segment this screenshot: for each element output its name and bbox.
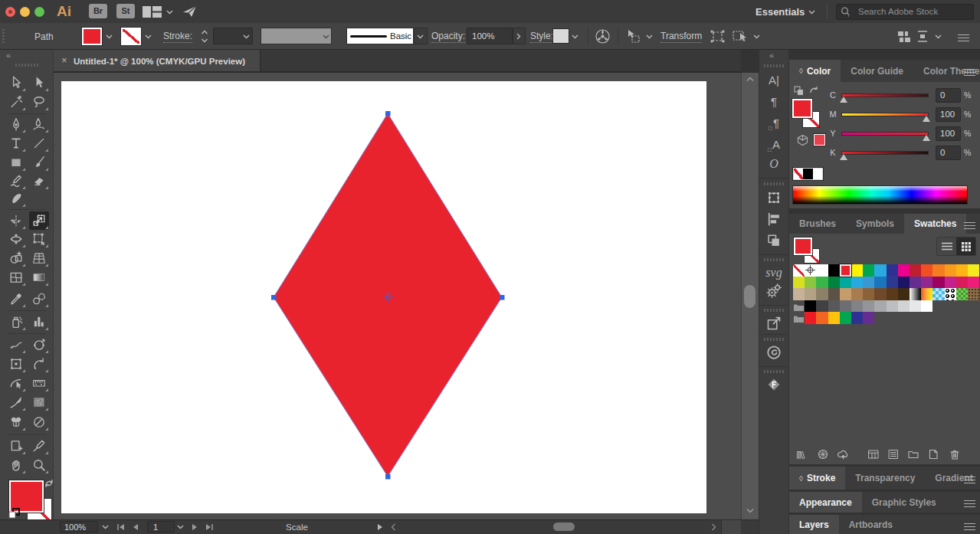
- quick-white-swatch[interactable]: [813, 169, 822, 179]
- strip-drag-handle[interactable]: [764, 182, 784, 185]
- swatch-list-view-button[interactable]: [937, 238, 956, 255]
- channel-slider-thumb-Y[interactable]: [923, 135, 930, 141]
- color-tab-color[interactable]: ◊Color: [789, 60, 841, 82]
- swatch[interactable]: [828, 264, 840, 277]
- first-artboard-icon[interactable]: [116, 523, 125, 531]
- type-tool[interactable]: [6, 134, 26, 152]
- blend-tool[interactable]: [29, 290, 49, 308]
- opentype-panel-icon[interactable]: O: [759, 155, 789, 173]
- status-back-icon[interactable]: [391, 523, 396, 531]
- swatch[interactable]: [921, 264, 932, 277]
- zoom-tool[interactable]: [29, 456, 49, 474]
- select-similar-chevron-icon[interactable]: [753, 34, 760, 39]
- shaper-tool[interactable]: [6, 172, 26, 190]
- smooth-tool[interactable]: [6, 336, 26, 354]
- color-fill-proxy[interactable]: [792, 99, 812, 118]
- channel-slider-thumb-C[interactable]: [840, 97, 847, 103]
- swatch[interactable]: [956, 264, 968, 277]
- character-styles-panel-icon[interactable]: □A: [759, 135, 789, 153]
- rectangle-tool[interactable]: [6, 153, 26, 172]
- curvature-tool[interactable]: [29, 115, 49, 133]
- scale-tool[interactable]: [29, 211, 49, 230]
- style-swatch[interactable]: [552, 28, 569, 44]
- swatch[interactable]: [956, 277, 968, 289]
- select-similar-icon[interactable]: [733, 29, 749, 43]
- document-tab-close-icon[interactable]: ×: [61, 54, 67, 66]
- swatch[interactable]: [887, 288, 898, 300]
- vscroll-up-icon[interactable]: [746, 77, 754, 82]
- layers-tab-artboards[interactable]: Artboards: [839, 515, 903, 534]
- appearance-tab-graphic-styles[interactable]: Graphic Styles: [862, 492, 946, 513]
- swatch[interactable]: [863, 264, 874, 277]
- swatch[interactable]: [945, 277, 956, 289]
- color-themes-button[interactable]: [817, 448, 829, 460]
- swatch[interactable]: [816, 264, 828, 277]
- quick-none-swatch[interactable]: [794, 169, 803, 179]
- controlbar-grip[interactable]: [2, 29, 5, 44]
- prev-artboard-icon[interactable]: [132, 523, 139, 531]
- swatch-gradient[interactable]: [910, 288, 921, 300]
- color-swap-icon[interactable]: [809, 86, 820, 96]
- character-panel-icon[interactable]: A|: [759, 70, 789, 89]
- channel-value-M[interactable]: 100: [936, 107, 961, 122]
- swatch[interactable]: [910, 264, 921, 277]
- last-artboard-icon[interactable]: [205, 523, 214, 531]
- align-objects-icon[interactable]: [898, 31, 910, 42]
- stroke-color-swatch[interactable]: [121, 28, 141, 45]
- channel-slider-Y[interactable]: [841, 132, 929, 136]
- layers-tab-layers[interactable]: Layers: [789, 515, 839, 534]
- channel-value-K[interactable]: 0: [936, 146, 961, 160]
- default-fill-stroke-icon[interactable]: [8, 508, 21, 519]
- mesh-tool[interactable]: [6, 268, 26, 287]
- svg-interactivity-panel-icon[interactable]: svg: [759, 264, 789, 282]
- color-panel-menu-icon[interactable]: [964, 67, 975, 78]
- workspace-chevron-icon[interactable]: [166, 10, 173, 15]
- swatch[interactable]: [945, 264, 956, 277]
- status-play-icon[interactable]: [377, 523, 383, 531]
- vscroll-down-icon[interactable]: [746, 508, 754, 513]
- swatch[interactable]: [863, 300, 874, 313]
- strip-drag-handle[interactable]: [764, 370, 784, 373]
- swatch-selected[interactable]: [840, 264, 851, 277]
- quick-swatch-strip[interactable]: [793, 168, 823, 180]
- swirl-tool[interactable]: [29, 413, 49, 431]
- color-spectrum-bar[interactable]: [792, 185, 968, 205]
- distribute-objects-icon[interactable]: [916, 31, 929, 42]
- swatch[interactable]: [840, 277, 851, 289]
- swatch[interactable]: [851, 288, 863, 300]
- swatch[interactable]: [828, 300, 840, 313]
- paintbrush-tool[interactable]: [29, 153, 49, 172]
- swatches-fill-proxy[interactable]: [794, 238, 812, 255]
- swatch[interactable]: [851, 312, 863, 324]
- opacity-label[interactable]: Opacity:: [431, 31, 465, 43]
- zoom-level-chevron-icon[interactable]: [102, 525, 109, 529]
- color-fillstroke-toggle-icon[interactable]: [794, 86, 804, 96]
- swatch[interactable]: [816, 288, 828, 300]
- artboard-number-chevron-icon[interactable]: [177, 525, 184, 529]
- recolor-artwork-icon[interactable]: [595, 28, 611, 44]
- measure-tool[interactable]: [29, 374, 49, 392]
- puppet-warp-tool[interactable]: [6, 355, 26, 373]
- distribute-chevron-icon[interactable]: [935, 34, 942, 39]
- style-chevron-icon[interactable]: [572, 34, 578, 39]
- swatch-group-folder[interactable]: [793, 312, 805, 324]
- perspective-grid-tool[interactable]: [29, 249, 49, 267]
- artboard-tool[interactable]: [6, 437, 26, 455]
- gamut-color-swatch[interactable]: [814, 134, 825, 146]
- scissors-tool[interactable]: [29, 336, 49, 354]
- eyedropper-tool[interactable]: [6, 290, 26, 308]
- stroke-color-chevron-icon[interactable]: [145, 34, 152, 39]
- stroke-tab-stroke[interactable]: ◊Stroke: [789, 467, 845, 490]
- knife-tool[interactable]: [6, 393, 26, 411]
- style-label[interactable]: Style:: [530, 31, 553, 43]
- stroke-panel-menu-icon[interactable]: [964, 474, 975, 486]
- swatch[interactable]: [898, 300, 910, 313]
- symbol-shifter-tool[interactable]: [6, 413, 26, 431]
- swatch-gradient[interactable]: [921, 288, 932, 300]
- channel-value-C[interactable]: 0: [936, 88, 961, 103]
- swatch[interactable]: [887, 264, 898, 277]
- paragraph-panel-icon[interactable]: ¶: [759, 92, 789, 110]
- swatch[interactable]: [887, 277, 898, 289]
- column-graph-tool[interactable]: [29, 313, 49, 331]
- hscroll-thumb[interactable]: [553, 523, 575, 531]
